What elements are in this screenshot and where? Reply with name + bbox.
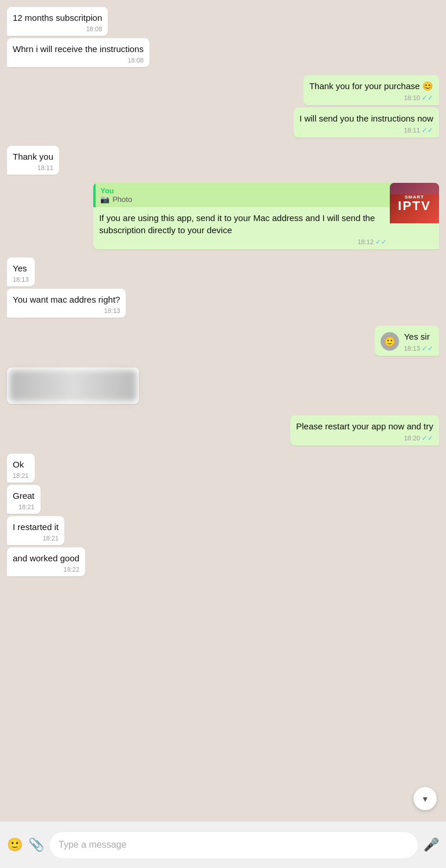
emoji-icon[interactable]: 🙂 — [7, 837, 23, 852]
message-12: Ok 18:21 — [7, 454, 35, 483]
smiley-icon: 🙂 — [384, 336, 396, 347]
message-meta: 18:13 — [13, 276, 29, 283]
scroll-down-button[interactable]: ▾ — [414, 787, 437, 810]
message-time: 18:08 — [127, 57, 144, 64]
message-text: 12 months subscritpion — [13, 13, 102, 23]
message-time: 18:21 — [13, 472, 29, 479]
message-time: 18:13 — [104, 307, 120, 314]
message-time: 18:13 — [404, 345, 420, 352]
message-meta: 18:20 ✓✓ — [296, 434, 433, 442]
message-text: Yes sir — [404, 332, 429, 341]
message-15: and worked good 18:22 — [7, 547, 85, 576]
camera-icon: 📷 — [100, 195, 109, 204]
message-text: Please restart your app now and try — [296, 421, 433, 431]
attachment-icon[interactable]: 📎 — [28, 837, 44, 852]
chat-container: 12 months subscritpion 18:08 Whrn i will… — [0, 0, 446, 822]
quote-content: 📷 Photo — [100, 195, 434, 204]
message-meta: 18:11 ✓✓ — [299, 126, 433, 134]
message-time: 18:10 — [404, 94, 420, 101]
message-meta: 18:10 ✓✓ — [309, 94, 433, 102]
message-1: 12 months subscritpion 18:08 — [7, 7, 108, 36]
message-text: Whrn i will receive the instructions — [13, 44, 144, 54]
chevron-down-icon: ▾ — [423, 793, 427, 804]
read-ticks: ✓✓ — [422, 344, 433, 352]
message-meta: 18:08 — [13, 25, 102, 32]
read-ticks: ✓✓ — [375, 238, 387, 246]
quote-label: Photo — [112, 195, 132, 204]
message-text: You want mac addres right? — [13, 295, 120, 304]
message-time: 18:08 — [86, 25, 103, 32]
message-meta: 18:22 — [13, 566, 79, 573]
message-3: Thank you for your purchase 😊 18:10 ✓✓ — [304, 75, 439, 105]
message-6: You 📷 Photo Smart IPTV If you are using … — [93, 183, 439, 249]
message-meta: 18:12 ✓✓ — [99, 238, 387, 246]
message-input[interactable]: Type a message — [50, 832, 418, 858]
message-meta: 18:21 — [13, 472, 29, 479]
message-9: 🙂 Yes sir 18:13 ✓✓ — [375, 326, 439, 356]
blurred-image — [9, 370, 137, 402]
message-text: Great — [13, 491, 35, 501]
message-time: 18:21 — [19, 503, 35, 510]
message-meta: 18:11 — [13, 164, 53, 171]
message-meta: 18:21 — [13, 535, 59, 542]
message-time: 18:11 — [404, 127, 420, 134]
message-meta: 18:08 — [13, 57, 144, 64]
message-4: I will send you the instructions now 18:… — [294, 108, 439, 138]
message-text: I will send you the instructions now — [299, 113, 433, 123]
message-time: 18:21 — [43, 535, 59, 542]
message-placeholder: Type a message — [59, 840, 126, 850]
message-5: Thank you 18:11 — [7, 146, 59, 175]
yes-sir-content: Yes sir 18:13 ✓✓ — [404, 330, 433, 352]
message-text: If you are using this app, send it to yo… — [99, 213, 375, 235]
read-ticks: ✓✓ — [422, 126, 433, 134]
message-10-blurred — [7, 367, 139, 404]
message-time: 18:20 — [404, 435, 420, 442]
input-bar: 🙂 📎 Type a message 🎤 — [0, 822, 446, 868]
message-time: 18:22 — [64, 566, 80, 573]
message-time: 18:11 — [38, 164, 54, 171]
message-7: Yes 18:13 — [7, 258, 35, 286]
message-13: Great 18:21 — [7, 485, 41, 514]
message-body: If you are using this app, send it to yo… — [93, 207, 439, 249]
message-11: Please restart your app now and try 18:2… — [290, 415, 439, 446]
message-text: Thank you — [13, 152, 53, 161]
message-text: I restarted it — [13, 522, 59, 532]
message-text: Yes — [13, 263, 27, 273]
message-8: You want mac addres right? 18:13 — [7, 289, 126, 318]
read-ticks: ✓✓ — [422, 94, 433, 102]
read-ticks: ✓✓ — [422, 434, 433, 442]
message-14: I restarted it 18:21 — [7, 516, 64, 545]
message-2: Whrn i will receive the instructions 18:… — [7, 38, 149, 67]
message-time: 18:12 — [357, 238, 374, 245]
message-meta: 18:13 ✓✓ — [404, 344, 433, 352]
message-time: 18:13 — [13, 276, 29, 283]
message-text: and worked good — [13, 553, 79, 563]
message-meta: 18:21 — [13, 503, 35, 510]
quote-block: You 📷 Photo — [93, 183, 439, 207]
smiley-avatar: 🙂 — [381, 332, 399, 351]
message-meta: 18:13 — [13, 307, 120, 314]
iptv-logo: Smart IPTV — [390, 183, 439, 223]
mic-icon[interactable]: 🎤 — [423, 837, 439, 852]
iptv-text: IPTV — [398, 200, 431, 212]
message-text: Thank you for your purchase 😊 — [309, 81, 433, 91]
message-text: Ok — [13, 459, 24, 469]
quote-sender: You — [100, 186, 434, 195]
